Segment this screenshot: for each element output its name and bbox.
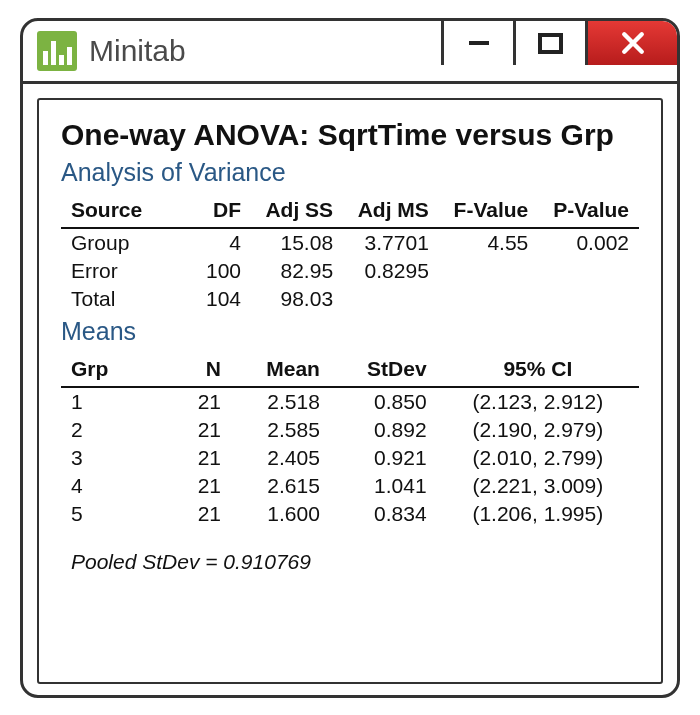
section-anova-title: Analysis of Variance [61, 158, 639, 187]
table-row: Total 104 98.03 [61, 285, 639, 313]
close-icon [618, 28, 648, 58]
table-row: 1 21 2.518 0.850 (2.123, 2.912) [61, 387, 639, 416]
col-df: DF [171, 195, 251, 228]
minitab-logo-icon [37, 31, 77, 71]
page-title: One-way ANOVA: SqrtTime versus Grp [61, 118, 639, 152]
col-n: N [151, 354, 231, 387]
output-panel: One-way ANOVA: SqrtTime versus Grp Analy… [37, 98, 663, 684]
table-row: Error 100 82.95 0.8295 [61, 257, 639, 285]
section-means-title: Means [61, 317, 639, 346]
col-source: Source [61, 195, 171, 228]
minimize-icon [469, 41, 489, 45]
col-ci: 95% CI [437, 354, 639, 387]
maximize-button[interactable] [513, 21, 585, 65]
col-grp: Grp [61, 354, 151, 387]
minimize-button[interactable] [441, 21, 513, 65]
table-row: 5 21 1.600 0.834 (1.206, 1.995) [61, 500, 639, 528]
close-button[interactable] [585, 21, 677, 65]
app-window: Minitab One-way ANOVA: SqrtTime versus G… [20, 18, 680, 698]
col-pvalue: P-Value [538, 195, 639, 228]
col-mean: Mean [231, 354, 330, 387]
titlebar: Minitab [23, 21, 677, 84]
window-controls [441, 21, 677, 81]
means-header-row: Grp N Mean StDev 95% CI [61, 354, 639, 387]
table-row: 4 21 2.615 1.041 (2.221, 3.009) [61, 472, 639, 500]
anova-table: Source DF Adj SS Adj MS F-Value P-Value … [61, 195, 639, 313]
app-title: Minitab [89, 34, 186, 68]
maximize-icon [538, 33, 563, 54]
col-adjss: Adj SS [251, 195, 343, 228]
means-table: Grp N Mean StDev 95% CI 1 21 2.518 0.850… [61, 354, 639, 528]
col-adjms: Adj MS [343, 195, 439, 228]
col-stdev: StDev [330, 354, 437, 387]
pooled-stdev: Pooled StDev = 0.910769 [61, 550, 639, 574]
table-row: 2 21 2.585 0.892 (2.190, 2.979) [61, 416, 639, 444]
table-row: 3 21 2.405 0.921 (2.010, 2.799) [61, 444, 639, 472]
col-fvalue: F-Value [439, 195, 538, 228]
table-row: Group 4 15.08 3.7701 4.55 0.002 [61, 228, 639, 257]
anova-header-row: Source DF Adj SS Adj MS F-Value P-Value [61, 195, 639, 228]
